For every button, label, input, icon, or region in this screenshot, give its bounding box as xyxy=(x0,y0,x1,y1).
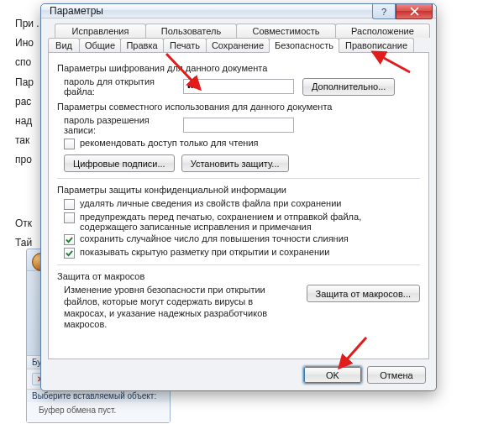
readonly-checkbox[interactable] xyxy=(64,139,75,149)
dialog-footer: OK Отмена xyxy=(41,359,436,390)
tab-compat[interactable]: Совместимость xyxy=(236,24,336,38)
dialog-title: Параметры xyxy=(50,5,103,17)
tab-general[interactable]: Общие xyxy=(79,38,121,52)
help-button[interactable]: ? xyxy=(372,4,396,19)
tab-row-1: Исправления Пользователь Совместимость Р… xyxy=(48,24,429,38)
random-number-checkbox[interactable] xyxy=(64,234,75,245)
macro-section-label: Защита от макросов xyxy=(57,271,420,281)
encryption-section-label: Параметры шифрования для данного докумен… xyxy=(57,63,420,73)
readonly-checkbox-label: рекомендовать доступ только для чтения xyxy=(80,138,259,148)
tabs-area: Исправления Пользователь Совместимость Р… xyxy=(41,18,436,359)
warn-tracked-checkbox[interactable] xyxy=(64,212,75,223)
sharing-section-label: Параметры совместного использования для … xyxy=(57,102,420,112)
write-password-input[interactable] xyxy=(183,118,294,133)
open-password-input[interactable] xyxy=(183,79,294,94)
close-icon xyxy=(410,7,419,16)
options-dialog: Параметры ? Исправления Пользователь Сов… xyxy=(40,3,437,391)
tab-row-2: Вид Общие Правка Печать Сохранение Безоп… xyxy=(48,38,429,52)
separator xyxy=(57,178,420,179)
random-number-label: сохранить случайное число для повышения … xyxy=(80,233,349,243)
tab-corrections[interactable]: Исправления xyxy=(55,24,146,38)
remove-personal-checkbox[interactable] xyxy=(64,199,75,210)
close-button[interactable] xyxy=(396,4,433,19)
tab-location[interactable]: Расположение xyxy=(335,24,430,38)
digital-signatures-button[interactable]: Цифровые подписи... xyxy=(64,154,175,172)
dialog-titlebar[interactable]: Параметры ? xyxy=(41,4,436,18)
tab-panel-security: Параметры шифрования для данного докумен… xyxy=(48,52,429,359)
tab-user[interactable]: Пользователь xyxy=(145,24,237,38)
tab-view[interactable]: Вид xyxy=(48,38,80,52)
set-protection-button[interactable]: Установить защиту... xyxy=(181,154,289,172)
hidden-markup-checkbox[interactable] xyxy=(64,248,75,259)
macro-description: Изменение уровня безопасности при открыт… xyxy=(57,285,298,331)
write-password-label: пароль разрешения записи: xyxy=(57,115,183,135)
macro-security-button[interactable]: Защита от макросов... xyxy=(307,285,421,302)
clipboard-empty-text: Буфер обмена пуст. xyxy=(27,402,170,418)
tab-security[interactable]: Безопасность xyxy=(269,38,339,53)
remove-personal-label: удалять личные сведения из свойств файла… xyxy=(80,198,341,208)
privacy-section-label: Параметры защиты конфиденциальной информ… xyxy=(57,185,420,195)
tab-save[interactable]: Сохранение xyxy=(206,38,270,52)
separator xyxy=(57,264,420,265)
tab-spelling[interactable]: Правописание xyxy=(339,38,414,52)
ok-button[interactable]: OK xyxy=(303,366,362,384)
warn-tracked-label: предупреждать перед печатью, сохранением… xyxy=(80,212,382,232)
cancel-button[interactable]: Отмена xyxy=(367,366,426,384)
advanced-button[interactable]: Дополнительно... xyxy=(302,78,395,96)
hidden-markup-label: показывать скрытую разметку при открытии… xyxy=(80,247,329,257)
tab-print[interactable]: Печать xyxy=(163,38,207,52)
tab-edit[interactable]: Правка xyxy=(120,38,164,52)
help-icon: ? xyxy=(381,7,386,17)
open-password-label: пароль для открытия файла: xyxy=(57,76,183,97)
